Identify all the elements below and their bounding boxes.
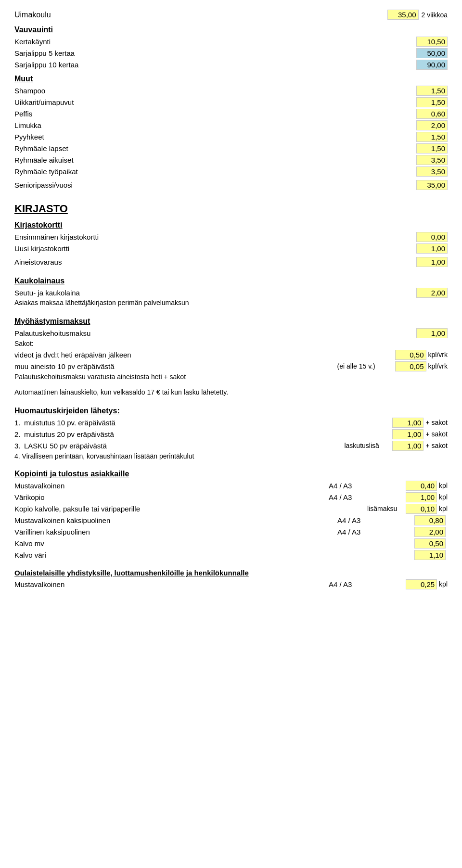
item-value: 0,60	[416, 109, 448, 119]
item-value: 1,50	[416, 86, 448, 96]
kirjastokortti-header: Kirjastokortti	[14, 221, 448, 230]
sakot-header: Sakot:	[14, 340, 448, 347]
vauvauinti-header: Vauvauinti	[14, 26, 448, 34]
item-value: 0,00	[416, 232, 448, 242]
item-label: Limukka	[14, 121, 416, 129]
kaukolainaus-header: Kaukolainaus	[14, 277, 448, 285]
palautuskehoitusmaksu-row: Palautuskehoitusmaksu 1,00	[14, 328, 448, 338]
palautuskehoitusmaksu-value: 1,00	[416, 328, 448, 338]
sakot-item: muu aineisto 10 pv eräpäivästä (ei alle …	[14, 361, 448, 371]
muut-item: Shampoo 1,50	[14, 85, 448, 96]
huomautuskirjeiden-note: 4. Viralliseen perintään, korvaushintaan…	[14, 452, 448, 460]
item-suffix: + sakot	[425, 430, 448, 438]
item-value: 0,40	[406, 481, 437, 491]
item-value: 0,25	[406, 579, 437, 589]
item-suffix: kpl	[439, 505, 448, 512]
vauvauinti-item: Sarjalippu 10 kertaa 90,00	[14, 59, 448, 70]
item-label: muistutus 10 pv. eräpäivästä	[24, 419, 392, 427]
item-suffix: kpl	[439, 482, 448, 489]
item-value: 0,80	[414, 515, 446, 525]
kirjastokortti-item: Ensimmäinen kirjastokortti 0,00	[14, 231, 448, 242]
item-value: 1,00	[406, 492, 437, 502]
item-value: 2,00	[416, 120, 448, 130]
item-size: A4 / A3	[329, 580, 367, 588]
kaukolainaus-item: Seutu- ja kaukolaina 2,00	[14, 287, 448, 298]
item-suffix: kpl	[439, 580, 448, 588]
senioripassi-row: Senioripassi/vuosi 35,00	[14, 179, 448, 190]
item-value: 3,50	[416, 166, 448, 177]
sakot-item: videot ja dvd:t heti eräpäivän jälkeen 0…	[14, 349, 448, 360]
vauvauinti-item: Kertakäynti 10,50	[14, 36, 448, 47]
uimakoulu-row: Uimakoulu 35,00 2 viikkoa	[14, 10, 448, 20]
item-value: 50,00	[416, 48, 448, 58]
item-value: 1,50	[416, 97, 448, 107]
kopiointi-item: Kopio kalvolle, paksulle tai väripaperil…	[14, 503, 448, 514]
senioripassi-label: Senioripassi/vuosi	[14, 181, 416, 189]
item-label: Mustavalkoinen	[14, 482, 329, 490]
item-value: 1,50	[416, 132, 448, 142]
item-value: 1,00	[392, 418, 424, 428]
myohastymis-note1: Palautuskehoitusmaksu varatusta aineisto…	[14, 373, 448, 381]
muut-item: Pyyhkeet 1,50	[14, 131, 448, 142]
oulaistelaisille-item: Mustavalkoinen A4 / A3 0,25 kpl	[14, 579, 448, 589]
muut-item: Limukka 2,00	[14, 120, 448, 130]
item-label: Uusi kirjastokortti	[14, 244, 416, 253]
item-label: Värillinen kaksipuolinen	[14, 528, 337, 536]
senioripassi-value: 35,00	[416, 180, 448, 190]
item-label: Ryhmäale työpaikat	[14, 167, 416, 176]
item-value: 0,50	[414, 538, 446, 549]
item-suffix: + sakot	[425, 442, 448, 449]
item-suffix: kpl	[439, 493, 448, 501]
item-value: 0,50	[395, 350, 426, 360]
kirjasto-header: KIRJASTO	[14, 203, 448, 215]
item-size: A4 / A3	[329, 482, 367, 490]
oulaistelaisille-header: Oulaistelaisille yhdistyksille, luottamu…	[14, 569, 448, 577]
item-label: Sarjalippu 5 kertaa	[14, 49, 416, 57]
item-extra: laskutuslisä	[344, 442, 392, 449]
aineistovaraus-value: 1,00	[416, 257, 448, 267]
kopiointi-header: Kopiointi ja tulostus asiakkaille	[14, 470, 448, 478]
item-value: 1,50	[416, 143, 448, 153]
uimakoulu-label: Uimakoulu	[14, 11, 387, 19]
item-size: A4 / A3	[337, 528, 376, 536]
item-label: Peffis	[14, 110, 416, 118]
kirjastokortti-item: Uusi kirjastokortti 1,00	[14, 243, 448, 254]
item-label: Mustavalkoinen kaksipuolinen	[14, 516, 337, 524]
kopiointi-item: Mustavalkoinen kaksipuolinen A4 / A3 0,8…	[14, 515, 448, 525]
huomautuskirjeiden-header: Huomautuskirjeiden lähetys:	[14, 407, 448, 415]
item-label: Sarjalippu 10 kertaa	[14, 61, 416, 69]
item-value: 0,05	[395, 361, 426, 371]
huomautuskirjeiden-item: 3. LASKU 50 pv eräpäivästä laskutuslisä …	[14, 440, 448, 451]
muut-item: Peffis 0,60	[14, 108, 448, 119]
item-label: muu aineisto 10 pv eräpäivästä	[14, 362, 337, 370]
muut-item: Ryhmäale aikuiset 3,50	[14, 154, 448, 165]
item-value: 1,00	[392, 429, 424, 439]
myohastymis-note2: Automaattinen lainauskielto, kun velkasa…	[14, 388, 448, 396]
vauvauinti-item: Sarjalippu 5 kertaa 50,00	[14, 48, 448, 58]
item-value: 90,00	[416, 60, 448, 70]
item-label: Mustavalkoinen	[14, 580, 329, 588]
item-label: Värikopio	[14, 493, 329, 501]
item-label: Shampoo	[14, 87, 416, 95]
item-size: A4 / A3	[337, 516, 376, 524]
huomautuskirjeiden-item: 2. muistutus 20 pv eräpäivästä 1,00 + sa…	[14, 429, 448, 439]
kaukolainaus-note: Asiakas maksaa lähettäjäkirjaston perimä…	[14, 299, 448, 306]
muut-item: Ryhmäale lapset 1,50	[14, 143, 448, 153]
item-value: 3,50	[416, 155, 448, 165]
item-extra: (ei alle 15 v.)	[337, 362, 395, 370]
kopiointi-item: Kalvo väri 1,10	[14, 549, 448, 560]
item-label: videot ja dvd:t heti eräpäivän jälkeen	[14, 351, 395, 359]
item-value: 2,00	[416, 288, 448, 298]
kopiointi-item: Mustavalkoinen A4 / A3 0,40 kpl	[14, 480, 448, 491]
item-extra: lisämaksu	[367, 505, 406, 512]
item-suffix: kpl/vrk	[428, 362, 448, 370]
item-value: 1,10	[414, 550, 446, 560]
item-label: Kertakäynti	[14, 38, 416, 46]
item-suffix: + sakot	[425, 419, 448, 426]
item-label: Pyyhkeet	[14, 133, 416, 141]
muut-item: Uikkarit/uimapuvut 1,50	[14, 97, 448, 107]
item-label: Ryhmäale lapset	[14, 144, 416, 153]
muut-item: Ryhmäale työpaikat 3,50	[14, 166, 448, 177]
item-label: Kopio kalvolle, paksulle tai väripaperil…	[14, 505, 329, 513]
palautuskehoitusmaksu-label: Palautuskehoitusmaksu	[14, 329, 416, 337]
